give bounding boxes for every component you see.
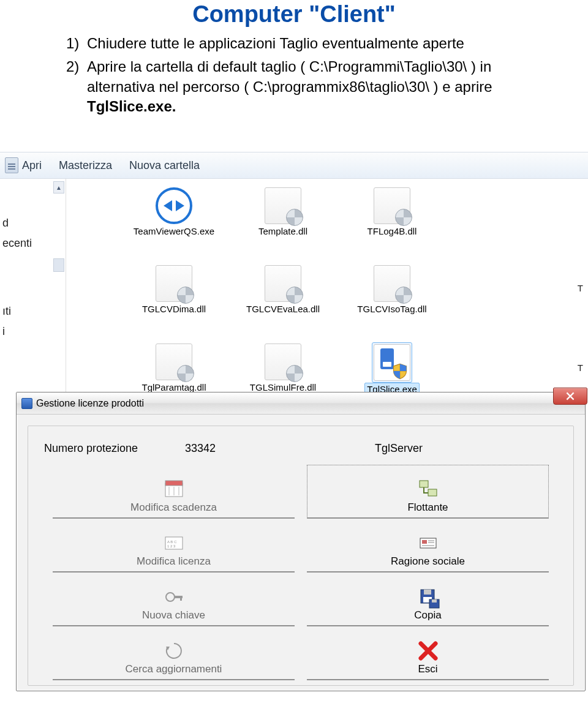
step-text: Aprire la cartella di default taglio ( C… bbox=[87, 57, 551, 116]
file-label: TeamViewerQS.exe bbox=[134, 226, 214, 236]
dialog-header-row: Numero protezione 33342 TglServer bbox=[28, 426, 573, 465]
doc-body: 1) Chiudere tutte le applicazioni Taglio… bbox=[0, 28, 588, 117]
calendar-icon bbox=[162, 477, 186, 501]
file-item[interactable]: Template.dll bbox=[247, 186, 318, 237]
button-label: Flottante bbox=[407, 501, 448, 514]
dll-file-icon bbox=[263, 264, 303, 303]
step-text-part: Aprire la cartella di default taglio ( C… bbox=[87, 58, 492, 94]
tv-file-icon bbox=[154, 186, 194, 225]
dialog-app-icon bbox=[21, 398, 32, 409]
step-text: Chiudere tutte le applicazioni Taglio ev… bbox=[87, 34, 464, 53]
sidebar-fragment: ıti bbox=[0, 301, 66, 321]
update-icon bbox=[162, 639, 186, 663]
svg-rect-23 bbox=[432, 599, 437, 603]
file-item[interactable]: TglParamtag.dll bbox=[138, 342, 209, 396]
step-number: 2) bbox=[66, 57, 87, 116]
dll-file-icon bbox=[263, 186, 303, 225]
copia-button[interactable]: Copia bbox=[307, 572, 549, 626]
svg-rect-12 bbox=[420, 481, 428, 487]
doc-step-2: 2) Aprire la cartella di default taglio … bbox=[66, 57, 551, 116]
svg-rect-1 bbox=[165, 481, 183, 486]
svg-rect-15 bbox=[422, 540, 427, 544]
scroll-thumb[interactable] bbox=[53, 258, 64, 272]
esci-button[interactable]: Esci bbox=[307, 626, 549, 680]
dialog-titlebar: Gestione licenze prodotti bbox=[17, 392, 585, 415]
document-icon bbox=[5, 157, 18, 173]
toolbar-label: Masterizza bbox=[59, 159, 112, 172]
toolbar-masterizza-button[interactable]: Masterizza bbox=[59, 159, 112, 172]
file-item[interactable]: TGLCVEvaLea.dll bbox=[247, 264, 318, 315]
floppy-icon bbox=[416, 585, 440, 609]
file-label: Template.dll bbox=[258, 226, 307, 236]
dll-file-icon bbox=[263, 342, 303, 381]
toolbar-label: Nuova cartella bbox=[129, 159, 200, 172]
file-item[interactable]: TGLCVDima.dll bbox=[138, 264, 209, 315]
file-label: TGLCVIsoTag.dll bbox=[357, 304, 426, 314]
file-label: TglParamtag.dll bbox=[141, 382, 206, 392]
flottante-button[interactable]: Flottante bbox=[307, 465, 549, 519]
network-icon bbox=[416, 477, 440, 501]
step-number: 1) bbox=[66, 34, 87, 53]
card-icon bbox=[416, 531, 440, 555]
file-label: TGLCVEvaLea.dll bbox=[246, 304, 320, 314]
cross-icon bbox=[416, 639, 440, 663]
file-item[interactable]: TGLCVIsoTag.dll bbox=[356, 264, 428, 315]
svg-point-8 bbox=[166, 593, 175, 601]
server-label: TglServer bbox=[375, 442, 423, 455]
file-item[interactable]: TeamViewerQS.exe bbox=[138, 186, 209, 237]
nuova-chiave-button[interactable]: Nuova chiave bbox=[53, 572, 295, 626]
dll-file-icon bbox=[154, 264, 194, 303]
dll-file-icon bbox=[372, 186, 412, 225]
cerca-aggiornamenti-button[interactable]: Cerca aggiornamenti bbox=[53, 626, 295, 680]
modifica-scadenza-button[interactable]: Modifica scadenza bbox=[53, 465, 295, 519]
button-label: Copia bbox=[414, 609, 441, 621]
doc-step-1: 1) Chiudere tutte le applicazioni Taglio… bbox=[66, 34, 551, 53]
sidebar-fragment: ecenti bbox=[0, 233, 66, 253]
explorer-window: Apri Masterizza Nuova cartella ▲ d ecent… bbox=[0, 152, 588, 411]
explorer-body: ▲ d ecenti ıti i TeamViewerQS.exeTemplat… bbox=[0, 179, 588, 411]
file-item[interactable]: TglSlice.exe bbox=[356, 342, 428, 396]
truncated-label: T bbox=[578, 283, 583, 293]
explorer-file-area: TeamViewerQS.exeTemplate.dllTFLog4B.dllT… bbox=[66, 179, 588, 411]
button-label: Ragione sociale bbox=[391, 555, 465, 568]
explorer-sidebar: ▲ d ecenti ıti i bbox=[0, 179, 66, 411]
svg-rect-13 bbox=[428, 489, 437, 496]
dialog-left-column: Modifica scadenzaA B C1 2 3Modifica lice… bbox=[28, 465, 301, 685]
license-icon: A B C1 2 3 bbox=[162, 531, 186, 555]
button-label: Modifica scadenza bbox=[130, 501, 217, 514]
sidebar-fragment: i bbox=[0, 321, 66, 342]
doc-title: Computer "Client" bbox=[0, 1, 588, 28]
dialog-group: Numero protezione 33342 TglServer Modifi… bbox=[28, 426, 574, 686]
file-label: TGLSimulFre.dll bbox=[250, 382, 316, 392]
sidebar-fragment: d bbox=[0, 213, 66, 233]
button-label: Cerca aggiornamenti bbox=[126, 663, 222, 675]
dll-file-icon bbox=[372, 264, 412, 303]
explorer-toolbar: Apri Masterizza Nuova cartella bbox=[0, 152, 588, 179]
modifica-licenza-button[interactable]: A B C1 2 3Modifica licenza bbox=[53, 519, 295, 572]
svg-text:1 2 3: 1 2 3 bbox=[167, 544, 176, 548]
dll-file-icon bbox=[154, 342, 194, 381]
svg-rect-20 bbox=[424, 590, 431, 595]
step-text-bold: TglSlice.exe. bbox=[87, 98, 176, 114]
key-icon bbox=[162, 585, 186, 609]
license-dialog: Gestione licenze prodotti Numero protezi… bbox=[16, 392, 586, 691]
protection-label: Numero protezione bbox=[44, 442, 185, 455]
file-item[interactable]: TGLSimulFre.dll bbox=[247, 342, 318, 396]
close-icon bbox=[566, 392, 575, 400]
button-label: Modifica licenza bbox=[137, 555, 211, 568]
file-label: TFLog4B.dll bbox=[368, 226, 417, 236]
toolbar-nuova-cartella-button[interactable]: Nuova cartella bbox=[129, 159, 200, 172]
dialog-close-button[interactable] bbox=[553, 388, 587, 405]
file-item[interactable]: TFLog4B.dll bbox=[356, 186, 428, 237]
toolbar-apri-button[interactable]: Apri bbox=[5, 157, 42, 173]
dialog-button-columns: Modifica scadenzaA B C1 2 3Modifica lice… bbox=[28, 465, 573, 685]
exe-file-icon bbox=[372, 342, 412, 383]
scroll-up-button[interactable]: ▲ bbox=[53, 181, 64, 193]
file-label: TGLCVDima.dll bbox=[142, 304, 206, 314]
toolbar-label: Apri bbox=[22, 159, 42, 172]
svg-text:A B C: A B C bbox=[167, 540, 177, 544]
truncated-label: T bbox=[578, 362, 583, 373]
protection-value: 33342 bbox=[185, 442, 307, 455]
ragione-sociale-button[interactable]: Ragione sociale bbox=[307, 519, 549, 572]
svg-rect-10 bbox=[180, 596, 182, 601]
